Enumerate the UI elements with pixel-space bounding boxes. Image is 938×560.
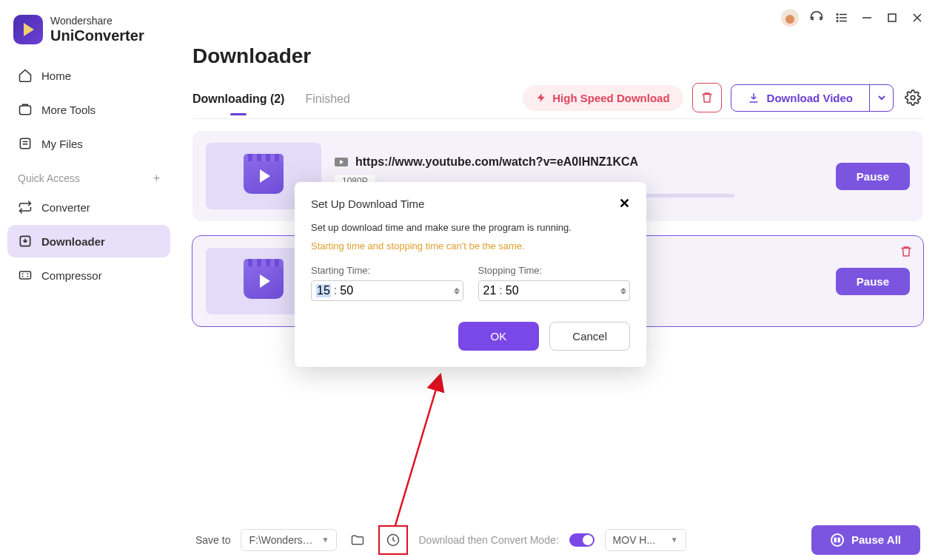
schedule-highlight: [378, 525, 408, 555]
download-icon: [748, 92, 760, 104]
settings-button[interactable]: [902, 87, 923, 108]
compressor-icon: [18, 268, 33, 283]
cancel-button[interactable]: Cancel: [549, 322, 630, 351]
high-speed-download-button[interactable]: High Speed Download: [523, 85, 683, 111]
quick-access-label: Quick Access: [18, 172, 80, 184]
high-speed-label: High Speed Download: [552, 92, 669, 104]
modal-description: Set up download time and make sure the p…: [311, 222, 630, 233]
stop-time-label: Stopping Time:: [478, 265, 631, 276]
sidebar-item-converter[interactable]: Converter: [7, 191, 170, 223]
start-minute[interactable]: 50: [340, 284, 353, 297]
video-play-icon: [244, 158, 284, 194]
save-path-value: F:\Wondershare U: [249, 534, 315, 546]
home-icon: [18, 68, 33, 83]
tab-finished[interactable]: Finished: [305, 87, 349, 115]
stop-minute[interactable]: 50: [506, 284, 519, 297]
files-icon: [18, 136, 33, 151]
format-select[interactable]: MOV H... ▼: [605, 529, 686, 551]
logo-mark-icon: [13, 15, 43, 44]
lightning-icon: [536, 92, 546, 104]
convert-mode-label: Download then Convert Mode:: [418, 534, 558, 546]
folder-icon: [350, 533, 365, 547]
sidebar-item-label: My Files: [41, 138, 83, 150]
sidebar-item-home[interactable]: Home: [7, 59, 170, 92]
video-play-icon: [244, 263, 284, 299]
tab-bar: Downloading (2) Finished High Speed Down…: [192, 83, 923, 119]
download-video-main[interactable]: Download Video: [731, 85, 869, 111]
chevron-down-icon: ▼: [322, 536, 329, 544]
sidebar-item-label: Downloader: [41, 235, 105, 248]
sidebar-item-my-files[interactable]: My Files: [7, 127, 170, 160]
quick-access-header: Quick Access +: [7, 161, 170, 189]
more-tools-icon: [18, 102, 33, 117]
open-folder-button[interactable]: [347, 530, 368, 550]
gear-icon: [905, 90, 921, 106]
sidebar-item-label: Compressor: [41, 269, 102, 282]
start-time-label: Starting Time:: [311, 265, 463, 276]
footer-bar: Save to F:\Wondershare U ▼ Download then…: [0, 519, 938, 560]
download-video-button[interactable]: Download Video: [731, 84, 894, 112]
sidebar-item-compressor[interactable]: Compressor: [7, 259, 170, 291]
pause-all-button[interactable]: ▮▮ Pause All: [811, 525, 920, 555]
sidebar: Wondershare UniConverter Home More Tools…: [0, 0, 178, 518]
stop-time-input[interactable]: 21 : 50: [478, 280, 631, 301]
brand-top: Wondershare: [50, 16, 144, 27]
stop-time-spinner[interactable]: [620, 288, 626, 294]
download-url: https://www.youtube.com/watch?v=eA0lHNZ1…: [355, 155, 638, 169]
download-video-dropdown[interactable]: [869, 85, 893, 111]
svg-rect-15: [20, 271, 31, 279]
brand-bottom: UniConverter: [50, 27, 144, 44]
download-video-label: Download Video: [767, 92, 853, 104]
pause-icon: ▮▮: [831, 533, 844, 547]
save-to-label: Save to: [195, 534, 230, 546]
start-time-spinner[interactable]: [454, 288, 460, 294]
modal-title: Set Up Download Time: [311, 198, 424, 210]
start-time-input[interactable]: 15 : 50: [311, 280, 463, 301]
trash-icon: [900, 245, 913, 258]
chevron-down-icon: ▼: [671, 536, 678, 544]
format-value: MOV H...: [613, 534, 656, 546]
ok-button[interactable]: OK: [458, 322, 540, 351]
sidebar-item-label: More Tools: [41, 104, 96, 116]
download-time-modal: Set Up Download Time ✕ Set up download t…: [295, 182, 646, 367]
convert-mode-toggle[interactable]: [569, 533, 594, 547]
clock-icon: [386, 533, 401, 547]
modal-warning: Starting time and stopping time can't be…: [311, 240, 630, 252]
svg-point-16: [911, 95, 915, 100]
pause-button[interactable]: Pause: [836, 268, 910, 295]
sidebar-item-downloader[interactable]: Downloader: [7, 225, 170, 257]
download-url-row: https://www.youtube.com/watch?v=eA0lHNZ1…: [335, 155, 823, 169]
save-path-select[interactable]: F:\Wondershare U ▼: [241, 529, 337, 551]
pause-button[interactable]: Pause: [836, 163, 910, 190]
svg-rect-11: [20, 138, 30, 148]
page-title: Downloader: [192, 44, 923, 68]
sidebar-item-label: Home: [41, 70, 71, 82]
trash-icon: [700, 91, 714, 104]
sidebar-item-label: Converter: [41, 201, 90, 214]
quick-access-add-icon[interactable]: +: [153, 172, 160, 185]
schedule-button[interactable]: [383, 530, 403, 550]
downloader-icon: [18, 234, 33, 249]
converter-icon: [18, 200, 33, 215]
svg-rect-10: [20, 106, 31, 115]
delete-card-button[interactable]: [900, 245, 913, 258]
app-logo: Wondershare UniConverter: [7, 15, 170, 58]
pause-all-label: Pause All: [851, 533, 901, 546]
chevron-down-icon: [877, 93, 886, 102]
sidebar-item-more-tools[interactable]: More Tools: [7, 93, 170, 126]
start-hour[interactable]: 15: [316, 284, 331, 297]
stop-hour[interactable]: 21: [483, 284, 497, 297]
video-icon: [335, 158, 348, 166]
clear-list-button[interactable]: [692, 83, 722, 112]
modal-close-button[interactable]: ✕: [619, 195, 630, 212]
tab-downloading[interactable]: Downloading (2): [192, 87, 284, 115]
